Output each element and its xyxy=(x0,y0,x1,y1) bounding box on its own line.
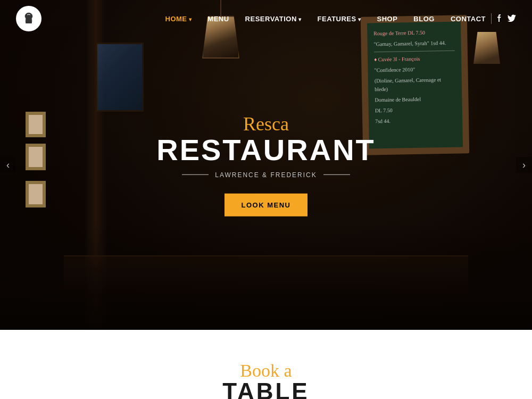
nav-home[interactable]: HOME xyxy=(165,14,192,23)
hero-subtitle-text: LAWRENCE & FREDERICK xyxy=(215,171,317,178)
wall-picture-2 xyxy=(26,144,46,170)
twitter-link[interactable] xyxy=(508,14,516,23)
section-main-title: TABLE xyxy=(0,380,532,399)
hero-script-title: Resca xyxy=(133,114,399,135)
next-slide-button[interactable]: › xyxy=(516,157,532,173)
facebook-icon xyxy=(497,14,501,22)
navigation: HOME MENU RESERVATION FEATURES SHOP BLOG… xyxy=(0,0,532,37)
subtitle-line-right xyxy=(323,174,350,175)
subtitle-line-left xyxy=(182,174,209,175)
site-logo[interactable] xyxy=(16,6,41,31)
nav-contact[interactable]: CONTACT xyxy=(451,14,486,23)
nav-divider xyxy=(491,13,492,24)
prev-slide-button[interactable]: ‹ xyxy=(0,157,16,173)
chalkboard-line-2: "Gamay, Gamarel, Syrah" 1sd 44. xyxy=(374,39,455,49)
wall-picture-1 xyxy=(26,112,46,137)
hero-main-title: RESTAURANT xyxy=(133,135,399,164)
hero-subtitle: LAWRENCE & FREDERICK xyxy=(133,171,399,178)
facebook-link[interactable] xyxy=(497,14,501,24)
social-links xyxy=(497,14,516,24)
twitter-icon xyxy=(508,14,516,22)
left-arrow-icon: ‹ xyxy=(6,160,10,171)
wall-picture-3 xyxy=(26,181,46,207)
nav-reservation[interactable]: RESERVATION xyxy=(245,14,302,23)
nav-features[interactable]: FEATURES xyxy=(318,14,361,23)
nav-menu-link[interactable]: MENU xyxy=(207,15,229,23)
nav-links: HOME MENU RESERVATION FEATURES SHOP BLOG… xyxy=(165,14,486,23)
nav-features-link[interactable]: FEATURES xyxy=(318,15,361,23)
hero-content: Resca RESTAURANT LAWRENCE & FREDERICK LO… xyxy=(133,114,399,217)
chalkboard-line-3: ♦ Cuvée 3l - François xyxy=(374,54,455,64)
nav-shop[interactable]: SHOP xyxy=(377,14,398,23)
look-menu-button[interactable]: LOOK MENU xyxy=(225,193,308,216)
nav-home-link[interactable]: HOME xyxy=(165,15,192,23)
hero-section: Rouge de Terre DL 7.50 "Gamay, Gamarel, … xyxy=(0,0,532,330)
book-section: Book a TABLE xyxy=(0,330,532,399)
nav-blog-link[interactable]: BLOG xyxy=(413,15,435,23)
chalkboard-line-5: (Dioline, Gamarel, Carenage et blede) xyxy=(375,76,456,94)
chalkboard-line-4: "Confidence 2010" xyxy=(374,65,455,75)
hero-table-area xyxy=(0,223,532,330)
svg-rect-0 xyxy=(26,22,32,23)
nav-reservation-link[interactable]: RESERVATION xyxy=(245,15,302,23)
nav-menu[interactable]: MENU xyxy=(207,14,229,23)
nav-blog[interactable]: BLOG xyxy=(413,14,435,23)
chalkboard-divider xyxy=(374,51,455,53)
right-arrow-icon: › xyxy=(522,160,526,171)
chalkboard-line-6: Domaine de Beauldel xyxy=(375,95,455,105)
section-script-text: Book a xyxy=(0,362,532,380)
nav-shop-link[interactable]: SHOP xyxy=(377,15,398,23)
chef-hat-icon xyxy=(21,11,36,26)
nav-contact-link[interactable]: CONTACT xyxy=(451,15,486,23)
restaurant-window xyxy=(96,43,144,112)
